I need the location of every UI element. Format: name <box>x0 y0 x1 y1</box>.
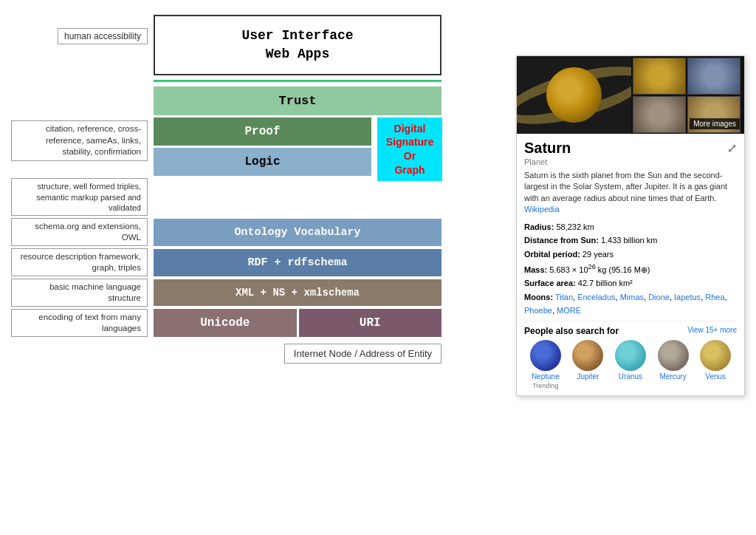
saturn-main-image <box>517 56 631 134</box>
layer-unicode: Unicode <box>154 309 297 337</box>
people-also-search: People also search for View 15+ more Nep… <box>524 321 737 389</box>
share-icon[interactable]: ⤢ <box>727 141 737 155</box>
digital-signature-box: Digital Signature Or Graph <box>377 117 442 181</box>
layer-uri: URI <box>299 309 442 337</box>
saturn-stats: Radius: 58,232 km Distance from Sun: 1.4… <box>524 220 737 318</box>
layer-ontology: Ontology Vocabulary <box>154 219 441 246</box>
structure-label: structure, well formed triples, semantic… <box>11 178 148 216</box>
schemaorg-label: schema.org and extensions, OWL <box>11 218 148 246</box>
resource-label: resource description framework, graph, t… <box>11 248 148 276</box>
saturn-panel: More images Saturn ⤢ Planet Saturn is th… <box>516 55 745 396</box>
titan-link[interactable]: Titan <box>555 293 573 301</box>
more-images-label[interactable]: More images <box>690 118 740 129</box>
layer-trust: Trust <box>154 86 441 115</box>
citation-label: citation, reference, cross- reference, s… <box>11 120 148 161</box>
people-search-title: People also search for <box>524 326 619 336</box>
internet-node-label: Internet Node / Address of Entity <box>284 344 441 364</box>
planet-venus[interactable]: Venus <box>700 340 731 389</box>
layer-xml: XML + NS + xmlschema <box>154 279 441 306</box>
encoding-label: encoding of text from many languages <box>11 309 148 337</box>
green-separator <box>154 80 441 82</box>
layer-rdf: RDF + rdfschema <box>154 249 441 276</box>
layer-proof: Proof <box>154 117 371 146</box>
saturn-title: Saturn <box>524 140 571 157</box>
wiki-link[interactable]: Wikipedia <box>524 205 560 214</box>
layer-logic: Logic <box>154 148 371 176</box>
saturn-subtitle: Planet <box>524 157 737 166</box>
human-accessibility-label: human accessibility <box>58 28 148 44</box>
planet-mercury[interactable]: Mercury <box>658 340 689 389</box>
saturn-description: Saturn is the sixth planet from the Sun … <box>524 170 737 216</box>
view-more-link[interactable]: View 15+ more <box>687 326 737 336</box>
planet-jupiter[interactable]: Jupiter <box>572 340 603 389</box>
planet-neptune[interactable]: Neptune Trending <box>530 340 561 389</box>
planet-uranus[interactable]: Uranus <box>615 340 646 389</box>
basic-machine-label: basic machine language structure <box>11 279 148 307</box>
ui-box: User Interface Web Apps <box>154 15 441 75</box>
saturn-images-header: More images <box>517 56 744 134</box>
